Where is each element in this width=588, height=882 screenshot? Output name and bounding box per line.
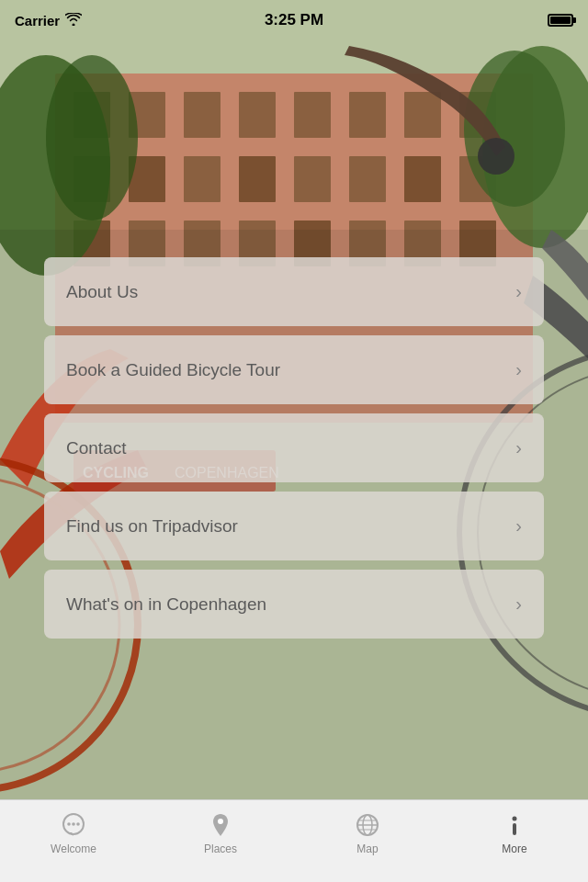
info-icon <box>501 811 528 839</box>
globe-icon <box>354 811 381 839</box>
tab-welcome[interactable]: Welcome <box>0 808 147 855</box>
menu-container: About Us › Book a Guided Bicycle Tour › … <box>44 257 544 639</box>
svg-rect-5 <box>239 92 276 138</box>
tab-welcome-label: Welcome <box>51 842 96 855</box>
menu-item-contact[interactable]: Contact › <box>44 413 544 482</box>
wifi-icon <box>65 13 82 28</box>
menu-item-about-us[interactable]: About Us › <box>44 257 544 326</box>
tab-more-label: More <box>502 842 526 855</box>
battery-icon <box>548 14 573 27</box>
svg-rect-16 <box>404 156 441 202</box>
svg-point-43 <box>218 819 223 824</box>
tab-places-label: Places <box>204 842 237 855</box>
carrier-label: Carrier <box>15 13 60 28</box>
time-display: 3:25 PM <box>265 11 323 29</box>
tab-bar: Welcome Places Map <box>0 799 588 882</box>
tab-more[interactable]: More <box>441 808 588 855</box>
svg-point-49 <box>513 817 517 821</box>
chat-icon <box>60 811 87 839</box>
svg-point-32 <box>478 138 514 175</box>
svg-point-41 <box>72 822 75 826</box>
svg-rect-14 <box>294 156 331 202</box>
svg-rect-4 <box>184 92 220 138</box>
menu-item-tripadvisor[interactable]: Find us on Tripadvisor › <box>44 492 544 560</box>
menu-item-whats-on-label: What's on in Copenhagen <box>66 594 266 615</box>
svg-rect-6 <box>294 92 331 138</box>
menu-item-whats-on[interactable]: What's on in Copenhagen › <box>44 570 544 639</box>
tab-map[interactable]: Map <box>294 808 441 855</box>
tab-places[interactable]: Places <box>147 808 294 855</box>
menu-item-book-tour[interactable]: Book a Guided Bicycle Tour › <box>44 335 544 404</box>
menu-item-tripadvisor-label: Find us on Tripadvisor <box>66 516 238 537</box>
chevron-icon-tripadvisor: › <box>515 515 522 537</box>
status-bar: Carrier 3:25 PM <box>0 0 588 40</box>
menu-item-about-us-label: About Us <box>66 282 138 302</box>
chevron-icon-about-us: › <box>515 281 522 302</box>
location-icon <box>207 811 234 839</box>
svg-point-28 <box>46 55 138 220</box>
menu-item-contact-label: Contact <box>66 438 126 458</box>
svg-point-42 <box>76 822 80 826</box>
chevron-icon-book-tour: › <box>515 359 522 380</box>
svg-rect-7 <box>349 92 386 138</box>
menu-item-book-tour-label: Book a Guided Bicycle Tour <box>66 360 280 380</box>
svg-rect-15 <box>349 156 386 202</box>
svg-point-40 <box>67 822 71 826</box>
svg-rect-8 <box>404 92 441 138</box>
svg-rect-50 <box>513 823 516 835</box>
tab-map-label: Map <box>356 842 378 855</box>
chevron-icon-whats-on: › <box>515 594 522 615</box>
svg-rect-13 <box>239 156 276 202</box>
svg-rect-12 <box>184 156 220 202</box>
chevron-icon-contact: › <box>515 437 522 458</box>
